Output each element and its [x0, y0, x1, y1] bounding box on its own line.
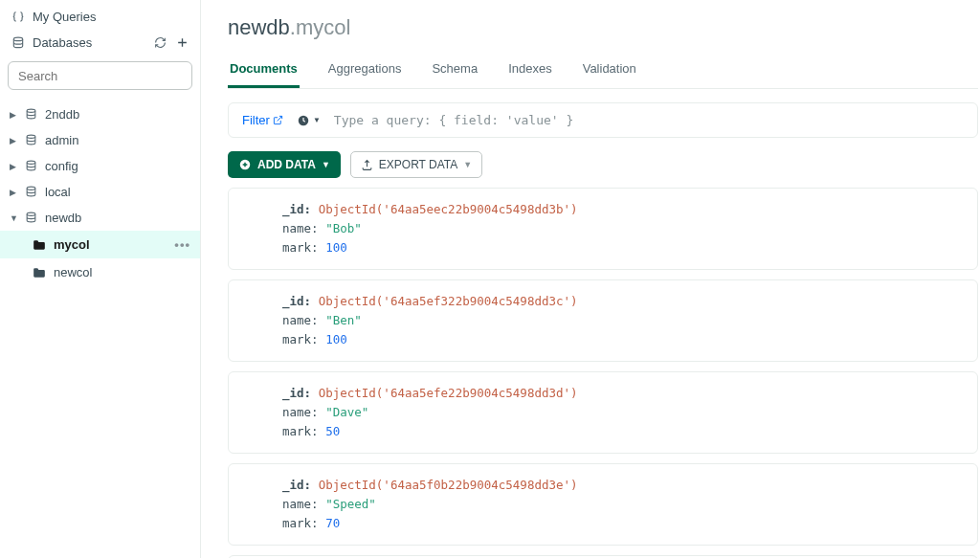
collection-label: mycol: [54, 237, 90, 252]
query-input[interactable]: Type a query: { field: 'value' }: [334, 113, 573, 127]
databases-section[interactable]: Databases: [0, 30, 200, 56]
collection-item-newcol[interactable]: newcol: [0, 258, 200, 286]
search-wrap: [0, 56, 200, 100]
document-card[interactable]: _id: ObjectId('64aa5efe22b9004c5498dd3d'…: [228, 371, 978, 454]
caret-icon: ▶: [10, 136, 17, 145]
db-label: 2nddb: [45, 107, 79, 122]
db-item-2nddb[interactable]: ▶2nddb: [0, 101, 200, 127]
caret-icon: ▶: [10, 110, 17, 120]
my-queries-section[interactable]: My Queries: [0, 4, 200, 30]
tab-bar: DocumentsAggregationsSchemaIndexesValida…: [228, 54, 978, 89]
document-card[interactable]: _id: ObjectId('64aa5ef322b9004c5498dd3c'…: [228, 279, 978, 362]
svg-point-5: [27, 212, 35, 215]
tab-indexes[interactable]: Indexes: [506, 54, 554, 88]
title-db: newdb: [228, 15, 290, 39]
chevron-down-icon: ▼: [463, 160, 472, 169]
document-card[interactable]: _id: ObjectId('64aa5eec22b9004c5498dd3b'…: [228, 188, 978, 270]
add-data-button[interactable]: ADD DATA ▼: [228, 151, 341, 178]
external-link-icon: [273, 115, 283, 125]
svg-point-1: [27, 109, 35, 112]
plus-icon[interactable]: [176, 36, 189, 49]
db-label: config: [45, 159, 78, 173]
history-dropdown[interactable]: ▼: [297, 114, 321, 127]
page-title: newdb.mycol: [228, 15, 980, 40]
action-row: ADD DATA ▼ EXPORT DATA ▼: [228, 151, 980, 178]
collection-item-mycol[interactable]: mycol•••: [0, 231, 200, 258]
db-item-local[interactable]: ▶local: [0, 179, 200, 205]
filter-link[interactable]: Filter: [242, 113, 283, 127]
db-label: admin: [45, 133, 78, 147]
folder-icon: [33, 239, 46, 251]
main-panel: newdb.mycol DocumentsAggregationsSchemaI…: [201, 0, 980, 558]
my-queries-label: My Queries: [33, 10, 96, 24]
document-card[interactable]: _id: ObjectId('64aa5f0b22b9004c5498dd3e'…: [228, 463, 978, 546]
sidebar: My Queries Databases ▶2nddb▶admin▶config…: [0, 0, 201, 558]
folder-icon: [33, 267, 46, 279]
database-icon: [11, 36, 25, 50]
collection-label: newcol: [54, 265, 92, 279]
database-icon: [25, 134, 37, 146]
export-icon: [361, 159, 373, 171]
chevron-down-icon: ▼: [322, 160, 330, 169]
svg-point-3: [27, 161, 35, 164]
tab-schema[interactable]: Schema: [430, 54, 479, 88]
database-icon: [25, 160, 37, 172]
db-item-newdb[interactable]: ▼newdb: [0, 205, 200, 231]
svg-point-2: [27, 135, 35, 138]
braces-icon: [11, 11, 25, 24]
tab-aggregations[interactable]: Aggregations: [326, 54, 404, 88]
caret-icon: ▶: [10, 188, 17, 197]
tab-documents[interactable]: Documents: [228, 54, 300, 88]
filter-bar: Filter ▼ Type a query: { field: 'value' …: [228, 102, 978, 138]
refresh-icon[interactable]: [154, 36, 167, 49]
db-item-config[interactable]: ▶config: [0, 153, 200, 179]
caret-icon: ▶: [10, 162, 17, 171]
database-icon: [25, 212, 37, 224]
document-list: _id: ObjectId('64aa5eec22b9004c5498dd3b'…: [228, 188, 980, 558]
plus-circle-icon: [238, 158, 252, 171]
database-icon: [25, 186, 37, 198]
db-label: newdb: [45, 211, 81, 225]
db-label: local: [45, 185, 71, 199]
svg-point-0: [13, 37, 22, 41]
svg-point-4: [27, 187, 35, 190]
chevron-down-icon: ▼: [313, 116, 321, 124]
tab-validation[interactable]: Validation: [581, 54, 638, 88]
clock-icon: [297, 114, 310, 127]
caret-icon: ▼: [10, 213, 17, 223]
search-input[interactable]: [8, 61, 192, 90]
more-icon[interactable]: •••: [174, 237, 190, 252]
databases-label: Databases: [33, 35, 92, 50]
database-icon: [25, 108, 37, 121]
db-item-admin[interactable]: ▶admin: [0, 127, 200, 153]
database-tree: ▶2nddb▶admin▶config▶local▼newdbmycol•••n…: [0, 100, 200, 288]
export-data-button[interactable]: EXPORT DATA ▼: [350, 151, 482, 178]
title-collection: mycol: [296, 15, 350, 39]
